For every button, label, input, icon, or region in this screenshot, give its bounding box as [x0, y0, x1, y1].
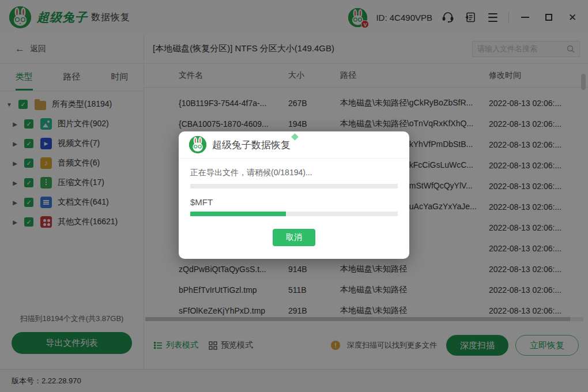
export-total-progress [190, 184, 398, 189]
dialog-title: 超级兔子数据恢复 [212, 138, 291, 152]
export-status-text: 正在导出文件，请稍候(0/18194)... [190, 168, 398, 178]
export-file-progress [190, 212, 398, 216]
cancel-button[interactable]: 取消 [273, 229, 315, 246]
app-window: 超级兔子 数据恢复 V ID: 4C490VPB [0, 0, 588, 392]
dialog-logo-icon [189, 136, 206, 153]
export-progress-dialog: 超级兔子数据恢复 正在导出文件，请稍候(0/18194)... $MFT 取消 [179, 131, 409, 259]
sparkle-icon [291, 133, 299, 141]
export-file-progress-fill [190, 212, 286, 216]
current-file-name: $MFT [190, 197, 398, 207]
